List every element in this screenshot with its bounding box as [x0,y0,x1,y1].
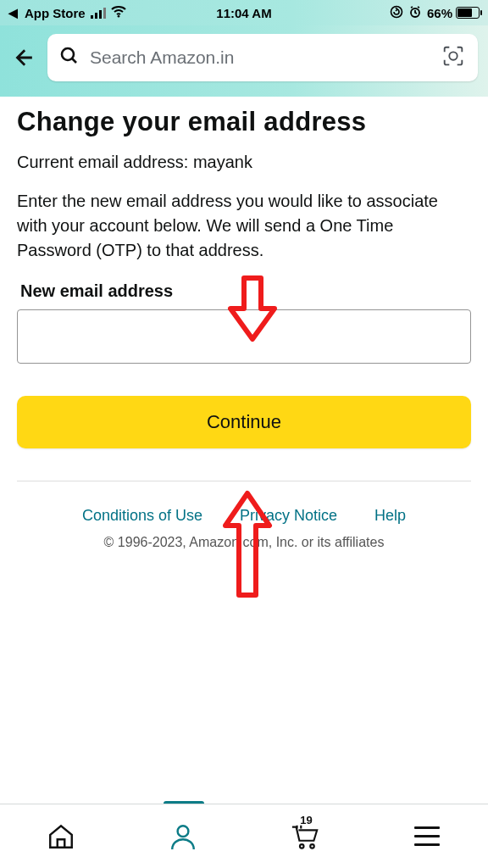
svg-point-6 [300,844,304,849]
divider [17,481,471,481]
svg-point-0 [117,15,119,18]
tab-cart[interactable]: 19 [280,815,330,858]
battery-percent: 66% [427,6,452,20]
search-box[interactable] [47,34,478,81]
tab-home[interactable] [36,815,86,858]
tab-menu[interactable] [402,815,452,858]
back-to-app-label[interactable]: App Store [25,6,86,20]
main-content: Change your email address Current email … [0,97,488,868]
back-to-app-caret-icon[interactable]: ◀ [8,6,18,19]
svg-point-4 [449,52,457,59]
alarm-icon [408,5,422,21]
wifi-icon [111,6,126,20]
copyright-text: © 1996-2023, Amazon.com, Inc. or its aff… [17,535,471,550]
bottom-tab-bar: 19 [0,804,488,868]
footer-link-privacy[interactable]: Privacy Notice [240,507,337,525]
footer-links: Conditions of Use Privacy Notice Help [17,507,471,525]
instructions-text: Enter the new email address you would li… [17,189,471,263]
search-input[interactable] [90,47,441,68]
search-icon [59,46,80,70]
current-email-line: Current email address: mayank [17,153,471,172]
status-bar: ◀ App Store 11:04 AM 66% [0,0,488,25]
footer-link-conditions[interactable]: Conditions of Use [82,507,202,525]
svg-point-5 [178,826,189,837]
app-header [0,25,488,97]
hamburger-icon [414,826,440,846]
continue-button[interactable]: Continue [17,396,471,448]
cellular-signal-icon [91,7,106,19]
camera-lens-icon[interactable] [441,43,466,72]
orientation-lock-icon [390,5,403,21]
battery-icon [456,7,480,19]
tab-account[interactable] [158,815,208,858]
svg-point-7 [310,844,314,849]
back-button[interactable] [10,45,36,70]
cart-count-badge: 19 [300,814,312,826]
svg-point-3 [62,48,74,60]
footer-link-help[interactable]: Help [374,507,406,525]
page-title: Change your email address [17,107,471,137]
new-email-input[interactable] [17,309,471,364]
new-email-label: New email address [17,281,471,301]
